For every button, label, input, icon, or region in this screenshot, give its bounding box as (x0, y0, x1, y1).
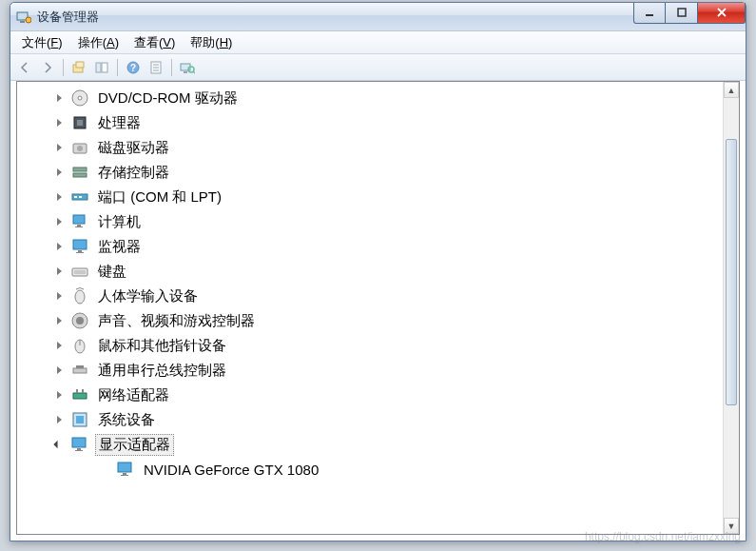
svg-rect-4 (678, 9, 686, 16)
content-pane: DVD/CD-ROM 驱动器处理器磁盘驱动器存储控制器端口 (COM 和 LPT… (16, 81, 740, 535)
menu-view[interactable]: 查看(V) (126, 32, 183, 53)
svg-rect-34 (78, 250, 82, 252)
expander-icon[interactable] (53, 216, 65, 227)
tree-node-label[interactable]: 磁盘驱动器 (95, 138, 172, 158)
svg-point-2 (26, 17, 31, 23)
expander-icon[interactable] (53, 439, 65, 450)
tree-node-label[interactable]: NVIDIA GeForce GTX 1080 (141, 461, 321, 479)
menu-action[interactable]: 操作(A) (70, 32, 126, 53)
tree-node-sys[interactable]: 系统设备 (17, 407, 739, 432)
svg-rect-3 (646, 14, 653, 16)
titlebar[interactable]: 设备管理器 (10, 3, 746, 31)
tree-node-label[interactable]: 通用串行总线控制器 (95, 361, 229, 381)
svg-rect-45 (76, 365, 84, 368)
menu-help[interactable]: 帮助(H) (183, 32, 240, 53)
menu-file[interactable]: 文件(F) (14, 32, 70, 53)
expander-icon[interactable] (53, 414, 65, 425)
svg-rect-6 (76, 62, 84, 68)
tree-node-computer[interactable]: 计算机 (17, 209, 739, 234)
svg-rect-33 (73, 240, 87, 249)
tree-node-label[interactable]: DVD/CD-ROM 驱动器 (95, 89, 241, 108)
expander-icon[interactable] (53, 167, 65, 178)
tree-node-net[interactable]: 网络适配器 (17, 383, 739, 407)
tree-node-label[interactable]: 显示适配器 (95, 434, 174, 456)
tree-node-gpu[interactable]: NVIDIA GeForce GTX 1080 (17, 457, 739, 482)
expander-icon[interactable] (53, 191, 65, 203)
tree-node-label[interactable]: 声音、视频和游戏控制器 (95, 311, 258, 331)
help-button[interactable]: ? (123, 57, 144, 78)
scrollbar-vertical[interactable]: ▲ ▼ (723, 82, 739, 534)
expander-icon[interactable] (53, 364, 65, 376)
svg-rect-22 (77, 120, 83, 126)
up-button[interactable] (68, 57, 89, 78)
tree-node-label[interactable]: 系统设备 (95, 410, 158, 430)
tree-node-label[interactable]: 网络适配器 (95, 385, 172, 405)
tree-node-label[interactable]: 处理器 (95, 113, 144, 133)
tree-node-disk[interactable]: 磁盘驱动器 (17, 135, 739, 160)
svg-rect-25 (73, 167, 87, 171)
scan-hardware-button[interactable] (177, 57, 198, 78)
tree-node-usb[interactable]: 通用串行总线控制器 (17, 358, 739, 383)
window-buttons (633, 3, 746, 24)
console-tree-button[interactable] (91, 57, 112, 78)
maximize-button[interactable] (666, 3, 698, 24)
properties-button[interactable] (145, 57, 166, 78)
svg-text:?: ? (130, 63, 136, 73)
expander-icon[interactable] (53, 315, 65, 326)
hid-icon (70, 286, 89, 305)
tree-node-storage[interactable]: 存储控制器 (17, 160, 739, 185)
tree-node-display[interactable]: 显示适配器 (17, 432, 739, 457)
device-manager-window: 设备管理器 文件(F) 操作(A) 查看(V) 帮助(H) ? DVD/CD-R… (10, 2, 746, 541)
tree-node-label[interactable]: 键盘 (95, 262, 129, 282)
svg-point-39 (75, 290, 85, 304)
expander-icon[interactable] (53, 92, 65, 104)
tree-node-label[interactable]: 存储控制器 (95, 163, 172, 183)
expander-icon[interactable] (53, 117, 65, 128)
svg-rect-36 (72, 268, 87, 276)
svg-rect-32 (75, 226, 83, 227)
expander-icon[interactable] (53, 241, 65, 252)
expander-icon[interactable] (53, 290, 65, 302)
scroll-thumb[interactable] (726, 139, 737, 405)
svg-rect-1 (20, 21, 25, 23)
tree-node-dvd[interactable]: DVD/CD-ROM 驱动器 (17, 86, 739, 110)
svg-rect-29 (79, 196, 82, 198)
tree-node-label[interactable]: 端口 (COM 和 LPT) (95, 187, 224, 207)
tree-node-label[interactable]: 人体学输入设备 (95, 286, 201, 306)
svg-rect-16 (184, 71, 187, 73)
scroll-up-button[interactable]: ▲ (724, 82, 739, 98)
expander-icon[interactable] (53, 142, 65, 153)
tree-node-ports[interactable]: 端口 (COM 和 LPT) (17, 185, 739, 209)
expander-icon[interactable] (53, 340, 65, 351)
device-tree[interactable]: DVD/CD-ROM 驱动器处理器磁盘驱动器存储控制器端口 (COM 和 LPT… (17, 82, 739, 534)
disc-icon (70, 89, 89, 108)
tree-node-label[interactable]: 监视器 (95, 237, 144, 257)
net-icon (70, 385, 89, 404)
hdd-icon (70, 138, 89, 157)
tree-node-label[interactable]: 计算机 (95, 212, 144, 232)
tree-node-audio[interactable]: 声音、视频和游戏控制器 (17, 308, 739, 333)
tree-node-monitor[interactable]: 监视器 (17, 234, 739, 259)
minimize-button[interactable] (633, 3, 666, 24)
toolbar: ? (10, 54, 746, 81)
svg-rect-56 (121, 475, 128, 476)
tree-node-label[interactable]: 鼠标和其他指针设备 (95, 336, 229, 356)
expander-icon[interactable] (53, 389, 65, 401)
tree-node-keyboard[interactable]: 键盘 (17, 259, 739, 284)
close-button[interactable] (698, 3, 746, 24)
svg-point-41 (76, 317, 84, 325)
svg-rect-31 (77, 225, 81, 226)
tree-node-hid[interactable]: 人体学输入设备 (17, 284, 739, 308)
app-icon (16, 10, 31, 25)
svg-point-24 (77, 146, 83, 151)
back-button[interactable] (14, 57, 35, 78)
speaker-icon (70, 311, 89, 330)
svg-rect-30 (73, 215, 85, 224)
expander-icon[interactable] (53, 266, 65, 277)
tree-node-mouse[interactable]: 鼠标和其他指针设备 (17, 333, 739, 358)
forward-button[interactable] (37, 57, 58, 78)
storage-icon (70, 163, 89, 182)
tree-node-cpu[interactable]: 处理器 (17, 110, 739, 135)
svg-rect-26 (73, 173, 87, 177)
mouse-icon (70, 336, 89, 355)
